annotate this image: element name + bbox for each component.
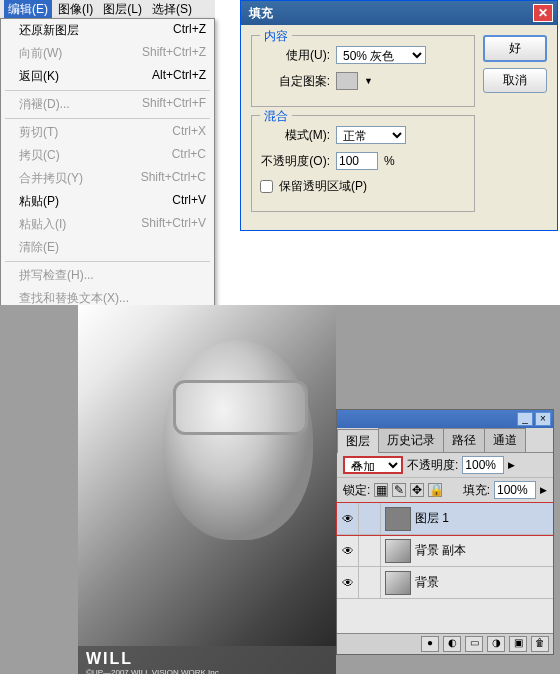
minimize-icon[interactable]: _ — [517, 412, 533, 426]
menubar: 编辑(E) 图像(I) 图层(L) 选择(S) — [0, 0, 215, 18]
layer-name[interactable]: 背景 副本 — [415, 542, 466, 559]
layer-opacity-label: 不透明度: — [407, 457, 458, 474]
menu-image[interactable]: 图像(I) — [54, 0, 97, 20]
link-col[interactable] — [359, 567, 381, 598]
layer-thumb[interactable] — [385, 539, 411, 563]
menu-fade: 消褪(D)...Shift+Ctrl+F — [1, 93, 214, 116]
layer-row[interactable]: 👁 背景 — [337, 567, 553, 599]
pattern-label: 自定图案: — [260, 73, 330, 90]
visibility-icon[interactable]: 👁 — [337, 503, 359, 534]
lock-all-icon[interactable]: 🔒 — [428, 483, 442, 497]
photo-document[interactable]: WILL ©UP—2007 WILL VISION WORK.Inc — [78, 305, 336, 674]
mask-icon[interactable]: ◐ — [443, 636, 461, 652]
chevron-down-icon[interactable]: ▼ — [364, 76, 373, 86]
tab-channels[interactable]: 通道 — [484, 428, 526, 452]
menu-spellcheck: 拼写检查(H)... — [1, 264, 214, 287]
layer-row[interactable]: 👁 图层 1 — [337, 503, 553, 535]
opacity-input[interactable] — [336, 152, 378, 170]
separator — [5, 261, 210, 262]
menu-select[interactable]: 选择(S) — [148, 0, 196, 20]
ok-button[interactable]: 好 — [483, 35, 547, 62]
tab-layers[interactable]: 图层 — [337, 429, 379, 453]
tab-paths[interactable]: 路径 — [443, 428, 485, 452]
menu-paste[interactable]: 粘贴(P)Ctrl+V — [1, 190, 214, 213]
fill-dialog: 填充 ✕ 内容 使用(U): 50% 灰色 自定图案: ▼ 混合 模式(M): — [240, 0, 558, 231]
layer-name[interactable]: 背景 — [415, 574, 439, 591]
menu-copymerge: 合并拷贝(Y)Shift+Ctrl+C — [1, 167, 214, 190]
preserve-checkbox[interactable] — [260, 180, 273, 193]
separator — [5, 90, 210, 91]
dialog-title: 填充 — [249, 5, 273, 22]
panel-footer: ● ◐ ▭ ◑ ▣ 🗑 — [337, 633, 553, 654]
menu-copy: 拷贝(C)Ctrl+C — [1, 144, 214, 167]
menu-forward: 向前(W)Shift+Ctrl+Z — [1, 42, 214, 65]
new-layer-icon[interactable]: ▣ — [509, 636, 527, 652]
layer-opacity-input[interactable] — [462, 456, 504, 474]
blend-mode-select[interactable]: 叠加 — [343, 456, 403, 474]
link-col[interactable] — [359, 535, 381, 566]
photo-caption: WILL ©UP—2007 WILL VISION WORK.Inc — [78, 646, 336, 674]
menu-layer[interactable]: 图层(L) — [99, 0, 146, 20]
opacity-arrow-icon[interactable]: ▶ — [508, 460, 515, 470]
fill-label: 填充: — [463, 482, 490, 499]
photo-goggles — [173, 380, 308, 435]
menu-pasteinto: 粘贴入(I)Shift+Ctrl+V — [1, 213, 214, 236]
blend-fieldset: 混合 模式(M): 正常 不透明度(O): % 保留透明区域(P) — [251, 115, 475, 212]
lock-label: 锁定: — [343, 482, 370, 499]
pattern-swatch[interactable] — [336, 72, 358, 90]
blend-legend: 混合 — [260, 108, 292, 125]
photo-subtitle: ©UP—2007 WILL VISION WORK.Inc — [86, 668, 328, 674]
mode-select[interactable]: 正常 — [336, 126, 406, 144]
photo-logo: WILL — [86, 650, 328, 668]
cancel-button[interactable]: 取消 — [483, 68, 547, 93]
menu-edit[interactable]: 编辑(E) — [4, 0, 52, 20]
menu-cut: 剪切(T)Ctrl+X — [1, 121, 214, 144]
folder-icon[interactable]: ▭ — [465, 636, 483, 652]
trash-icon[interactable]: 🗑 — [531, 636, 549, 652]
opacity-label: 不透明度(O): — [260, 153, 330, 170]
menu-back[interactable]: 返回(K)Alt+Ctrl+Z — [1, 65, 214, 88]
close-panel-icon[interactable]: × — [535, 412, 551, 426]
panel-tabs: 图层 历史记录 路径 通道 — [337, 428, 553, 453]
tab-history[interactable]: 历史记录 — [378, 428, 444, 452]
fill-arrow-icon[interactable]: ▶ — [540, 485, 547, 495]
lock-transparency-icon[interactable]: ▦ — [374, 483, 388, 497]
visibility-icon[interactable]: 👁 — [337, 567, 359, 598]
layers-panel: _ × 图层 历史记录 路径 通道 叠加 不透明度: ▶ 锁定: ▦ ✎ ✥ 🔒… — [336, 409, 554, 655]
adjustment-icon[interactable]: ◑ — [487, 636, 505, 652]
lock-move-icon[interactable]: ✥ — [410, 483, 424, 497]
use-label: 使用(U): — [260, 47, 330, 64]
panel-titlebar[interactable]: _ × — [337, 410, 553, 428]
percent-label: % — [384, 154, 395, 168]
layer-thumb[interactable] — [385, 507, 411, 531]
use-select[interactable]: 50% 灰色 — [336, 46, 426, 64]
menu-clear: 清除(E) — [1, 236, 214, 259]
fx-icon[interactable]: ● — [421, 636, 439, 652]
close-icon[interactable]: ✕ — [533, 4, 553, 22]
menu-undo[interactable]: 还原新图层Ctrl+Z — [1, 19, 214, 42]
dialog-titlebar[interactable]: 填充 ✕ — [241, 1, 557, 25]
visibility-icon[interactable]: 👁 — [337, 535, 359, 566]
link-col[interactable] — [359, 503, 381, 534]
layers-list: 👁 图层 1 👁 背景 副本 👁 背景 — [337, 503, 553, 633]
fill-input[interactable] — [494, 481, 536, 499]
preserve-label: 保留透明区域(P) — [279, 178, 367, 195]
layer-thumb[interactable] — [385, 571, 411, 595]
content-legend: 内容 — [260, 28, 292, 45]
photo-face — [163, 340, 313, 540]
layer-name[interactable]: 图层 1 — [415, 510, 449, 527]
separator — [5, 118, 210, 119]
content-fieldset: 内容 使用(U): 50% 灰色 自定图案: ▼ — [251, 35, 475, 107]
mode-label: 模式(M): — [260, 127, 330, 144]
lock-brush-icon[interactable]: ✎ — [392, 483, 406, 497]
layer-row[interactable]: 👁 背景 副本 — [337, 535, 553, 567]
